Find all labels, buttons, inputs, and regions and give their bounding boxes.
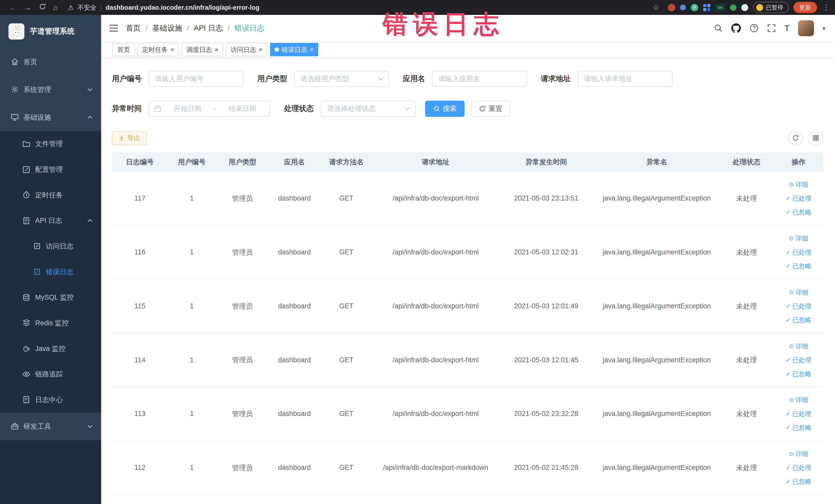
tab-error-log[interactable]: 错误日志 × xyxy=(270,43,319,56)
sidebar-item-log-center[interactable]: 日志中心 xyxy=(0,387,101,412)
browser-update-button[interactable]: 更新 xyxy=(793,2,817,13)
sidebar-item-file-mgmt[interactable]: 文件管理 xyxy=(0,131,101,157)
browser-back-icon[interactable]: ← xyxy=(9,3,16,12)
request-url-input[interactable] xyxy=(577,71,673,87)
search-button[interactable]: 搜索 xyxy=(425,101,464,117)
row-action-processed[interactable]: ✓已处理 xyxy=(774,353,823,367)
row-action-processed[interactable]: ✓已处理 xyxy=(774,299,823,313)
user-id-input[interactable] xyxy=(149,71,244,87)
row-action-ignored[interactable]: ✓已忽略 xyxy=(774,259,823,273)
bookmark-star-icon[interactable]: ☆ xyxy=(652,3,659,12)
tab-schedule-log[interactable]: 调度日志 × xyxy=(182,43,223,56)
tab-close-icon[interactable]: × xyxy=(170,46,174,53)
row-action-label: 已忽略 xyxy=(792,477,811,486)
chevron-down-icon xyxy=(405,107,410,110)
row-action-processed[interactable]: ✓已处理 xyxy=(774,461,823,475)
sidebar-item-scheduled-tasks[interactable]: 定时任务 xyxy=(0,182,101,208)
user-type-select[interactable]: 请选择用户类型 xyxy=(294,71,389,87)
row-action-detail[interactable]: ⊙详细 xyxy=(774,447,823,461)
row-action-detail[interactable]: ⊙详细 xyxy=(774,178,823,191)
avatar[interactable] xyxy=(798,20,814,36)
sidebar-item-label: 访问日志 xyxy=(46,242,74,251)
row-action-ignored[interactable]: ✓已忽略 xyxy=(774,313,823,327)
row-action-processed[interactable]: ✓已处理 xyxy=(774,191,823,205)
breadcrumb-infrastructure[interactable]: 基础设施 xyxy=(152,23,182,33)
refresh-button[interactable] xyxy=(788,131,803,146)
table-header-row: 日志编号用户编号用户类型应用名请求方法名请求地址异常发生时间异常名处理状态操作 xyxy=(112,153,823,172)
address-divider: | xyxy=(100,4,102,11)
browser-reload-icon[interactable] xyxy=(39,3,46,12)
breadcrumb-home[interactable]: 首页 xyxy=(126,23,141,33)
row-action-ignored[interactable]: ✓已忽略 xyxy=(774,205,823,219)
row-action-detail[interactable]: ⊙详细 xyxy=(774,231,823,245)
address-bar[interactable]: ⚠ 不安全 | dashboard.yudao.iocoder.cn/infra… xyxy=(68,3,643,12)
table-cell: /api/infra/db-doc/export-html xyxy=(373,387,498,441)
table-cell: GET xyxy=(320,172,373,225)
tab-close-icon[interactable]: × xyxy=(259,46,263,53)
sidebar-item-error-log[interactable]: 错误日志 xyxy=(0,259,101,285)
tab-close-icon[interactable]: × xyxy=(215,46,219,53)
sidebar-item-system-mgmt[interactable]: 系统管理 xyxy=(0,76,101,103)
process-status-select[interactable]: 请选择处理状态 xyxy=(321,101,416,117)
browser-forward-icon[interactable]: → xyxy=(24,3,31,12)
avatar-caret-icon[interactable]: ▾ xyxy=(822,25,825,32)
extension-icon-6[interactable] xyxy=(730,4,736,11)
tab-home[interactable]: 首页 xyxy=(113,43,135,56)
extension-icon-1[interactable] xyxy=(668,4,675,11)
tab-scheduled-tasks[interactable]: 定时任务 × xyxy=(137,43,179,56)
sidebar-item-java-monitor[interactable]: Java 监控 xyxy=(0,336,101,362)
sidebar-item-config-mgmt[interactable]: 配置管理 xyxy=(0,157,101,182)
export-button[interactable]: 导出 xyxy=(112,131,147,145)
tab-access-log[interactable]: 访问日志 × xyxy=(226,43,267,56)
sidebar-item-mysql-monitor[interactable]: MySQL 监控 xyxy=(0,284,101,310)
sidebar-filler xyxy=(0,440,101,504)
reset-button[interactable]: 重置 xyxy=(471,101,510,117)
sidebar-item-dev-tools[interactable]: 研发工具 xyxy=(0,412,101,440)
sidebar-item-link-tracing[interactable]: 链路追踪 xyxy=(0,361,101,387)
row-action-ignored[interactable]: ✓已忽略 xyxy=(774,421,823,435)
fullscreen-icon[interactable] xyxy=(767,24,776,33)
table-cell: GET xyxy=(320,279,373,333)
refresh-icon xyxy=(479,105,486,112)
row-action-ignored[interactable]: ✓已忽略 xyxy=(774,367,823,381)
app-logo[interactable]: 芋道管理系统 xyxy=(0,15,101,48)
table-cell: dashboard xyxy=(269,279,320,333)
hamburger-icon[interactable] xyxy=(101,24,125,32)
sidebar-item-infrastructure[interactable]: 基础设施 xyxy=(0,103,101,131)
sidebar-item-home[interactable]: 首页 xyxy=(0,48,101,76)
exception-time-range-picker[interactable]: 开始日期 - 结束日期 xyxy=(149,101,270,117)
browser-home-icon[interactable]: ⌂ xyxy=(54,3,58,12)
extension-icon-4[interactable] xyxy=(703,4,711,11)
sidebar-item-label: 基础设施 xyxy=(23,113,51,122)
row-action-processed[interactable]: ✓已处理 xyxy=(774,407,823,421)
breadcrumb-api-logs[interactable]: API 日志 xyxy=(194,23,223,33)
sidebar-item-api-logs[interactable]: API 日志 xyxy=(0,208,101,234)
row-action-detail[interactable]: ⊙详细 xyxy=(774,393,823,407)
row-action-detail[interactable]: ⊙详细 xyxy=(774,339,823,353)
extension-icon-7[interactable] xyxy=(741,4,748,11)
page-url[interactable]: dashboard.yudao.iocoder.cn/infra/log/api… xyxy=(106,4,260,11)
processed-icon: ✓ xyxy=(786,195,791,202)
column-settings-button[interactable] xyxy=(808,131,823,146)
app-name-input[interactable] xyxy=(432,71,527,87)
browser-menu-icon[interactable]: ⋮ xyxy=(823,3,830,12)
vue-devtools-icon[interactable]: V xyxy=(691,4,698,11)
stacked-db-icon xyxy=(22,319,30,327)
help-icon[interactable] xyxy=(750,24,758,33)
table-cell: java.lang.IllegalArgumentException xyxy=(594,225,719,279)
row-action-processed[interactable]: ✓已处理 xyxy=(774,245,823,259)
font-size-icon[interactable]: T xyxy=(785,24,790,33)
paused-extension-button[interactable]: 已暂停 xyxy=(753,2,789,13)
security-label[interactable]: 不安全 xyxy=(77,3,97,12)
paused-label: 已暂停 xyxy=(766,4,783,12)
row-action-ignored[interactable]: ✓已忽略 xyxy=(774,475,823,489)
extension-icon-2[interactable] xyxy=(680,5,686,11)
row-action-detail[interactable]: ⊙详细 xyxy=(774,285,823,299)
tab-close-icon[interactable]: × xyxy=(310,46,314,53)
table-toolbar: 导出 xyxy=(112,131,823,146)
search-icon[interactable] xyxy=(714,24,723,33)
sidebar-item-access-log[interactable]: 访问日志 xyxy=(0,234,101,259)
extension-on-badge[interactable]: on xyxy=(715,4,725,12)
github-icon[interactable] xyxy=(731,23,741,33)
sidebar-item-redis-monitor[interactable]: Redis 监控 xyxy=(0,310,101,336)
